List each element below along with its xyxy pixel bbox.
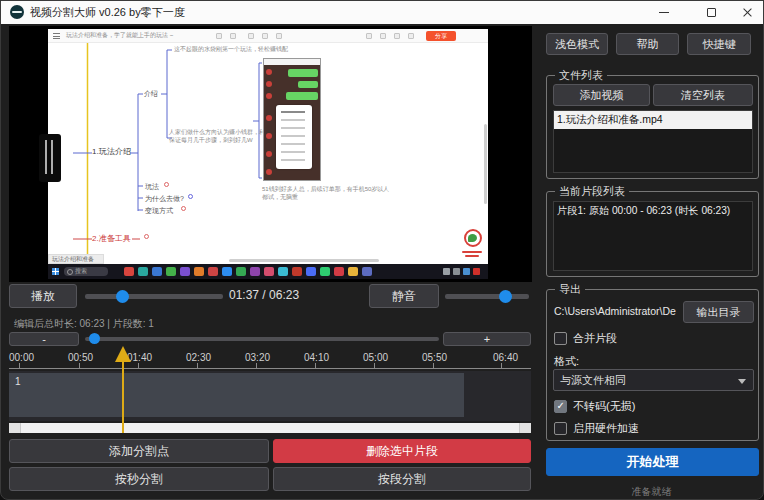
file-list-title: 文件列表 (555, 68, 607, 83)
mute-button[interactable]: 静音 (369, 284, 439, 308)
maximize-icon (707, 8, 716, 17)
mindmap-note-top: 这不起眼的水袋刚第一个玩法，轻松赚钱配 (174, 45, 288, 54)
app-window: 视频分割大师 v0.26 by零下一度 玩法介绍和准备，学了就能上手的玩法 ~ (0, 0, 764, 500)
clear-list-button[interactable]: 清空列表 (653, 84, 753, 106)
output-dir-button[interactable]: 输出目录 (683, 301, 754, 323)
seek-slider[interactable] (85, 294, 223, 299)
taskbar-app-icon (236, 267, 246, 276)
mindmap-node-tools: 2.准备工具 (92, 233, 131, 244)
mindmap-branch-why: 为什么去做? (145, 194, 184, 204)
chat-bubble (298, 81, 318, 88)
taskbar-app-icon (124, 267, 134, 276)
video-side-panel (39, 134, 61, 182)
taskbar-app-icon (320, 267, 330, 276)
file-list-group: 文件列表 添加视频 清空列表 1.玩法介绍和准备.mp4 (546, 75, 759, 179)
chat-avatar (266, 169, 272, 175)
segment-list-title: 当前片段列表 (555, 184, 629, 199)
split-by-seconds-button[interactable]: 按秒分割 (9, 467, 269, 491)
timeline-segment[interactable]: 1 (9, 373, 464, 417)
app-icon (10, 5, 24, 19)
minimize-button[interactable] (647, 1, 681, 24)
video-watermark (446, 229, 486, 263)
taskbar-app-icon (194, 267, 204, 276)
no-transcode-checkbox-row[interactable]: 不转码(无损) (554, 399, 635, 414)
add-video-button[interactable]: 添加视频 (553, 84, 650, 106)
status-text: 准备就绪 (538, 485, 764, 499)
file-listbox[interactable]: 1.玩法介绍和准备.mp4 (553, 110, 753, 173)
theme-icon (380, 33, 386, 39)
add-split-point-button[interactable]: 添加分割点 (9, 439, 269, 463)
volume-slider[interactable] (445, 294, 529, 299)
segment-listbox[interactable]: 片段1: 原始 00:00 - 06:23 (时长 06:23) (553, 201, 753, 271)
merge-checkbox-row[interactable]: 合并片段 (554, 331, 617, 346)
timeline-zoom-slider[interactable] (85, 337, 439, 341)
taskbar-app-icon (166, 267, 176, 276)
phone-screenshot (263, 58, 321, 181)
scroll-left-button[interactable] (9, 423, 21, 433)
maximize-button[interactable] (694, 1, 728, 24)
insert-icon (276, 33, 282, 39)
ruler-label: 05:50 (422, 352, 447, 363)
taskbar-app-icon (306, 267, 316, 276)
phone-statusbar (264, 59, 320, 65)
timeline-track[interactable]: 1 (9, 371, 531, 421)
split-by-segments-button[interactable]: 按段分割 (273, 467, 531, 491)
file-list-item[interactable]: 1.玩法介绍和准备.mp4 (554, 111, 752, 129)
format-dropdown[interactable]: 与源文件相同 (553, 369, 754, 391)
delete-segment-button[interactable]: 删除选中片段 (273, 439, 531, 463)
taskbar-app-icon (222, 267, 232, 276)
timeline-scrollbar[interactable] (9, 423, 531, 433)
timeline-zoom-thumb[interactable] (89, 333, 100, 344)
menu-icon (53, 33, 60, 39)
chat-avatar (266, 115, 272, 121)
taskbar-app-icon (250, 267, 260, 276)
ruler-label: 00:00 (9, 352, 34, 363)
taskbar-app-icon (208, 267, 218, 276)
shortcuts-button[interactable]: 快捷键 (687, 33, 751, 55)
ruler-label: 01:40 (127, 352, 152, 363)
mindmap-hscrollbar (229, 259, 379, 262)
no-transcode-checkbox[interactable] (554, 400, 567, 413)
style-icon (262, 33, 268, 39)
edit-info-text: 编辑后总时长: 06:23 | 片段数: 1 (14, 317, 154, 331)
settings-icon (394, 33, 400, 39)
format-label: 格式: (554, 354, 579, 369)
recorded-mindmap-toolbar: 玩法介绍和准备，学了就能上手的玩法 ~ 分享 (48, 29, 488, 43)
mindmap-title: 玩法介绍和准备，学了就能上手的玩法 ~ (66, 31, 173, 40)
zoom-out-button[interactable]: - (9, 332, 79, 346)
mindmap-canvas: 1.玩法介绍 介绍 玩法 为什么去做? 变现方式 2.准备工具 这不起眼的水袋刚… (48, 43, 488, 264)
light-mode-button[interactable]: 浅色模式 (546, 33, 608, 55)
hw-accel-checkbox[interactable] (554, 422, 567, 435)
merge-checkbox-label: 合并片段 (573, 331, 617, 346)
chat-avatar (266, 81, 272, 87)
outline-icon (366, 33, 372, 39)
mindmap-branch-money: 变现方式 (145, 206, 173, 216)
scroll-right-button[interactable] (519, 423, 531, 433)
phone-popup-menu (276, 105, 312, 169)
hw-accel-checkbox-row[interactable]: 启用硬件加速 (554, 421, 639, 436)
segment-number: 1 (15, 376, 21, 387)
seek-slider-thumb[interactable] (116, 290, 129, 303)
format-value: 与源文件相同 (560, 373, 626, 388)
segment-list-item[interactable]: 片段1: 原始 00:00 - 06:23 (时长 06:23) (554, 202, 752, 220)
output-path-text: C:\Users\Administrator\De (554, 305, 676, 317)
video-preview[interactable]: 玩法介绍和准备，学了就能上手的玩法 ~ 分享 1.玩法介绍 (9, 26, 532, 282)
mindmap-vscrollbar (484, 124, 487, 204)
mindmap-node-main: 1.玩法介绍 (92, 146, 131, 157)
layout-icon (248, 33, 254, 39)
close-button[interactable] (730, 1, 764, 24)
mindmap-marker-icon (164, 182, 169, 187)
hw-accel-label: 启用硬件加速 (573, 421, 639, 436)
time-display: 01:37 / 06:23 (229, 288, 299, 302)
titlebar: 视频分割大师 v0.26 by零下一度 (1, 1, 763, 24)
help-button[interactable]: 帮助 (616, 33, 679, 55)
timeline-ruler: 00:00 00:50 01:40 02:30 03:20 04:10 05:0… (9, 351, 531, 369)
recorded-taskbar: 搜索 (48, 264, 488, 279)
taskbar-app-icon (334, 267, 344, 276)
volume-slider-thumb[interactable] (499, 290, 512, 303)
mindmap-sheet-tab: 玩法介绍和准备 (48, 254, 104, 264)
merge-checkbox[interactable] (554, 332, 567, 345)
zoom-in-button[interactable]: + (443, 332, 531, 346)
play-button[interactable]: 播放 (9, 284, 77, 308)
start-processing-button[interactable]: 开始处理 (546, 448, 759, 476)
